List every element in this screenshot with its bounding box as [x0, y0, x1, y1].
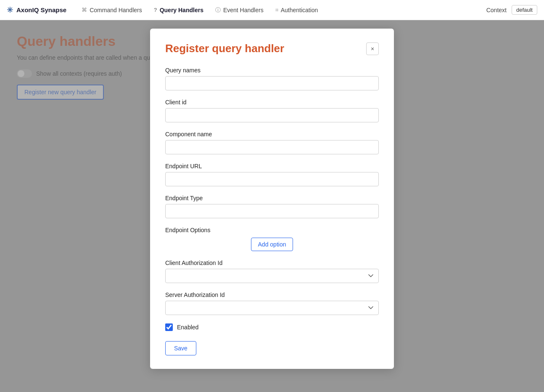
enabled-label: Enabled — [177, 324, 198, 331]
component-name-input[interactable] — [165, 140, 379, 154]
modal: Register query handler × Query names Cli… — [150, 29, 394, 369]
enabled-row: Enabled — [165, 323, 379, 331]
endpoint-url-group: Endpoint URL — [165, 163, 379, 186]
context-label: Context — [486, 7, 507, 13]
endpoint-options-label: Endpoint Options — [165, 227, 379, 233]
nav-items: ⌘ Command Handlers ? Query Handlers ⓘ Ev… — [77, 4, 323, 16]
context-badge[interactable]: default — [512, 5, 537, 15]
enabled-checkbox[interactable] — [165, 323, 173, 331]
nav-item-authentication[interactable]: ⌗ Authentication — [270, 4, 323, 16]
client-auth-group: Client Authorization Id — [165, 260, 379, 283]
brand-icon: ✳ — [7, 5, 13, 15]
nav-item-event-handlers[interactable]: ⓘ Event Handlers — [210, 4, 269, 16]
brand-name: AxonIQ Synapse — [16, 6, 66, 13]
save-button[interactable]: Save — [165, 341, 196, 355]
modal-overlay: Register query handler × Query names Cli… — [0, 20, 544, 392]
authentication-icon: ⌗ — [275, 7, 278, 13]
add-option-button[interactable]: Add option — [251, 238, 293, 251]
client-id-group: Client id — [165, 99, 379, 122]
query-handlers-icon: ? — [154, 7, 157, 13]
command-handlers-icon: ⌘ — [82, 7, 87, 13]
endpoint-options-section: Endpoint Options Add option — [165, 227, 379, 251]
nav-item-command-handlers[interactable]: ⌘ Command Handlers — [77, 4, 147, 16]
endpoint-type-label: Endpoint Type — [165, 195, 379, 201]
client-auth-select[interactable] — [165, 269, 379, 283]
client-auth-label: Client Authorization Id — [165, 260, 379, 266]
modal-title: Register query handler — [165, 42, 284, 55]
nav-item-authentication-label: Authentication — [281, 7, 318, 13]
query-names-input[interactable] — [165, 76, 379, 90]
server-auth-label: Server Authorization Id — [165, 291, 379, 298]
server-auth-select[interactable] — [165, 301, 379, 315]
navbar-right: Context default — [486, 5, 537, 15]
query-names-label: Query names — [165, 67, 379, 74]
component-name-label: Component name — [165, 131, 379, 138]
navbar: ✳ AxonIQ Synapse ⌘ Command Handlers ? Qu… — [0, 0, 544, 20]
nav-item-command-handlers-label: Command Handlers — [90, 7, 142, 13]
client-id-label: Client id — [165, 99, 379, 106]
endpoint-url-input[interactable] — [165, 172, 379, 186]
modal-close-button[interactable]: × — [366, 42, 379, 55]
server-auth-group: Server Authorization Id — [165, 291, 379, 315]
nav-item-event-handlers-label: Event Handlers — [223, 7, 264, 13]
nav-item-query-handlers-label: Query Handlers — [160, 7, 203, 13]
client-id-input[interactable] — [165, 108, 379, 122]
query-names-group: Query names — [165, 67, 379, 90]
endpoint-type-group: Endpoint Type — [165, 195, 379, 218]
endpoint-url-label: Endpoint URL — [165, 163, 379, 170]
modal-header: Register query handler × — [165, 42, 379, 55]
component-name-group: Component name — [165, 131, 379, 154]
navbar-left: ✳ AxonIQ Synapse ⌘ Command Handlers ? Qu… — [7, 4, 323, 16]
nav-item-query-handlers[interactable]: ? Query Handlers — [149, 4, 209, 16]
event-handlers-icon: ⓘ — [215, 6, 221, 14]
endpoint-type-input[interactable] — [165, 204, 379, 218]
brand: ✳ AxonIQ Synapse — [7, 5, 66, 15]
